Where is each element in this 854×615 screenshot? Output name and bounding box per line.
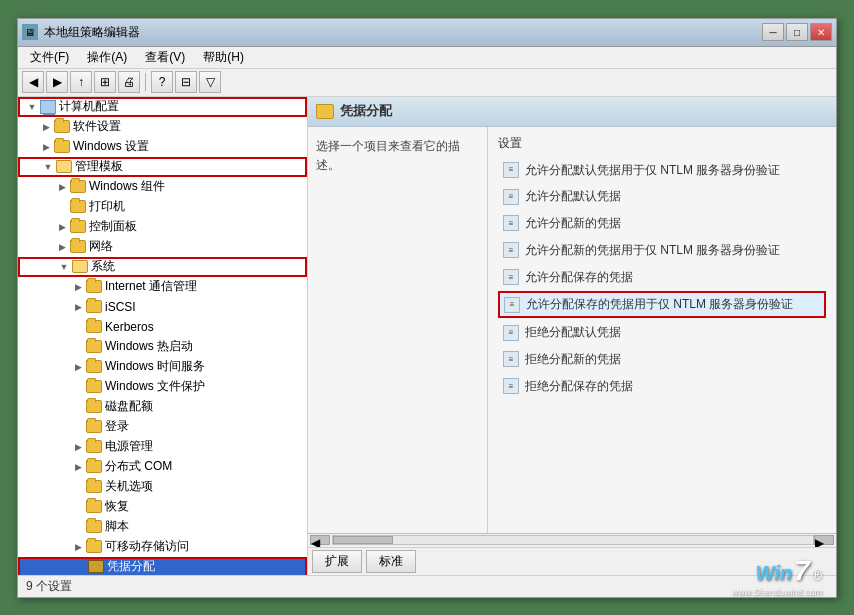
- expand-icon-iscsi[interactable]: ▶: [70, 299, 86, 315]
- expand-icon-control-panel[interactable]: ▶: [54, 219, 70, 235]
- tree-label-disk-quota: 磁盘配额: [105, 398, 153, 415]
- standard-button[interactable]: 标准: [366, 550, 416, 573]
- expand-icon-computer[interactable]: ▼: [24, 99, 40, 115]
- horizontal-scrollbar[interactable]: ◀ ▶: [308, 533, 836, 547]
- expand-icon-hotstart[interactable]: [70, 339, 86, 355]
- tree-item-credential-delegation[interactable]: 凭据分配: [18, 557, 307, 575]
- setting-item-1[interactable]: ≡ 允许分配默认凭据用于仅 NTLM 服务器身份验证: [498, 158, 826, 183]
- tree-item-scripts[interactable]: 脚本: [18, 517, 307, 537]
- expand-icon-file-protection[interactable]: [70, 379, 86, 395]
- expand-icon-windows-components[interactable]: ▶: [54, 179, 70, 195]
- folder-icon-windows-settings: [54, 140, 70, 153]
- tree-item-login[interactable]: 登录: [18, 417, 307, 437]
- tree-item-disk-quota[interactable]: 磁盘配额: [18, 397, 307, 417]
- setting-item-2[interactable]: ≡ 允许分配默认凭据: [498, 184, 826, 209]
- tree-item-power-mgmt[interactable]: ▶ 电源管理: [18, 437, 307, 457]
- tree-item-windows-settings[interactable]: ▶ Windows 设置: [18, 137, 307, 157]
- setting-item-9[interactable]: ≡ 拒绝分配保存的凭据: [498, 374, 826, 399]
- tree-item-recovery[interactable]: 恢复: [18, 497, 307, 517]
- folder-icon-admin-templates: [56, 160, 72, 173]
- scroll-thumb[interactable]: [333, 536, 393, 544]
- window-icon: 🖥: [22, 24, 38, 40]
- expand-icon-credential-delegation[interactable]: [72, 559, 88, 575]
- tree-label-power-mgmt: 电源管理: [105, 438, 153, 455]
- setting-item-7[interactable]: ≡ 拒绝分配默认凭据: [498, 320, 826, 345]
- tree-item-internet-comm[interactable]: ▶ Internet 通信管理: [18, 277, 307, 297]
- tree-item-windows-time[interactable]: ▶ Windows 时间服务: [18, 357, 307, 377]
- expand-icon-software[interactable]: ▶: [38, 119, 54, 135]
- setting-icon-4: ≡: [503, 242, 519, 258]
- tree-item-distributed-com[interactable]: ▶ 分布式 COM: [18, 457, 307, 477]
- tree-label-admin-templates: 管理模板: [75, 158, 123, 175]
- maximize-button[interactable]: □: [786, 23, 808, 41]
- setting-icon-9: ≡: [503, 378, 519, 394]
- tree-item-software[interactable]: ▶ 软件设置: [18, 117, 307, 137]
- setting-label-8: 拒绝分配新的凭据: [525, 351, 621, 368]
- expand-icon-network[interactable]: ▶: [54, 239, 70, 255]
- tree-item-windows-components[interactable]: ▶ Windows 组件: [18, 177, 307, 197]
- close-button[interactable]: ✕: [810, 23, 832, 41]
- scroll-left-btn[interactable]: ◀: [310, 535, 330, 545]
- tree-item-windows-hotstart[interactable]: Windows 热启动: [18, 337, 307, 357]
- tree-label-credential-delegation: 凭据分配: [107, 558, 155, 575]
- setting-label-7: 拒绝分配默认凭据: [525, 324, 621, 341]
- tree-item-printer[interactable]: 打印机: [18, 197, 307, 217]
- expand-icon-power-mgmt[interactable]: ▶: [70, 439, 86, 455]
- tree-item-control-panel[interactable]: ▶ 控制面板: [18, 217, 307, 237]
- expand-icon-printer[interactable]: [54, 199, 70, 215]
- expand-button[interactable]: 扩展: [312, 550, 362, 573]
- folder-icon-login: [86, 420, 102, 433]
- expand-icon-scripts[interactable]: [70, 519, 86, 535]
- up-button[interactable]: ↑: [70, 71, 92, 93]
- collapse-button[interactable]: ⊟: [175, 71, 197, 93]
- menu-view[interactable]: 查看(V): [137, 47, 193, 68]
- show-button[interactable]: ⊞: [94, 71, 116, 93]
- tree-item-shutdown-options[interactable]: 关机选项: [18, 477, 307, 497]
- setting-item-6[interactable]: ≡ 允许分配保存的凭据用于仅 NTLM 服务器身份验证: [498, 291, 826, 318]
- expand-icon-login[interactable]: [70, 419, 86, 435]
- setting-item-8[interactable]: ≡ 拒绝分配新的凭据: [498, 347, 826, 372]
- back-button[interactable]: ◀: [22, 71, 44, 93]
- expand-icon-windows-settings[interactable]: ▶: [38, 139, 54, 155]
- expand-icon-shutdown-options[interactable]: [70, 479, 86, 495]
- expand-icon-windows-time[interactable]: ▶: [70, 359, 86, 375]
- expand-icon-distributed-com[interactable]: ▶: [70, 459, 86, 475]
- tree-item-admin-templates[interactable]: ▼ 管理模板: [18, 157, 307, 177]
- tree-item-iscsi[interactable]: ▶ iSCSI: [18, 297, 307, 317]
- setting-item-5[interactable]: ≡ 允许分配保存的凭据: [498, 265, 826, 290]
- folder-icon-system: [72, 260, 88, 273]
- tree-label-printer: 打印机: [89, 198, 125, 215]
- tree-label-distributed-com: 分布式 COM: [105, 458, 172, 475]
- menubar: 文件(F) 操作(A) 查看(V) 帮助(H): [18, 47, 836, 69]
- filter-button[interactable]: ▽: [199, 71, 221, 93]
- expand-icon-kerberos[interactable]: [70, 319, 86, 335]
- setting-item-4[interactable]: ≡ 允许分配新的凭据用于仅 NTLM 服务器身份验证: [498, 238, 826, 263]
- folder-icon-software: [54, 120, 70, 133]
- menu-action[interactable]: 操作(A): [79, 47, 135, 68]
- forward-button[interactable]: ▶: [46, 71, 68, 93]
- expand-icon-admin-templates[interactable]: ▼: [40, 159, 56, 175]
- menu-help[interactable]: 帮助(H): [195, 47, 252, 68]
- menu-file[interactable]: 文件(F): [22, 47, 77, 68]
- tree-item-kerberos[interactable]: Kerberos: [18, 317, 307, 337]
- main-content: ▼ 计算机配置 ▶ 软件设置 ▶ Windows 设置: [18, 97, 836, 575]
- tree-item-file-protection[interactable]: Windows 文件保护: [18, 377, 307, 397]
- expand-icon-removable-storage[interactable]: ▶: [70, 539, 86, 555]
- expand-icon-system[interactable]: ▼: [56, 259, 72, 275]
- setting-label-4: 允许分配新的凭据用于仅 NTLM 服务器身份验证: [525, 242, 780, 259]
- help-button[interactable]: ?: [151, 71, 173, 93]
- expand-icon-internet-comm[interactable]: ▶: [70, 279, 86, 295]
- minimize-button[interactable]: ─: [762, 23, 784, 41]
- tree-item-system[interactable]: ▼ 系统: [18, 257, 307, 277]
- right-header-title: 凭据分配: [340, 102, 392, 120]
- titlebar: 🖥 本地组策略编辑器 ─ □ ✕: [18, 19, 836, 47]
- expand-icon-recovery[interactable]: [70, 499, 86, 515]
- expand-icon-disk-quota[interactable]: [70, 399, 86, 415]
- scroll-right-btn[interactable]: ▶: [814, 535, 834, 545]
- tree-item-removable-storage[interactable]: ▶ 可移动存储访问: [18, 537, 307, 557]
- export-button[interactable]: 🖨: [118, 71, 140, 93]
- tree-item-computer[interactable]: ▼ 计算机配置: [18, 97, 307, 117]
- tree-label-scripts: 脚本: [105, 518, 129, 535]
- tree-item-network[interactable]: ▶ 网络: [18, 237, 307, 257]
- setting-item-3[interactable]: ≡ 允许分配新的凭据: [498, 211, 826, 236]
